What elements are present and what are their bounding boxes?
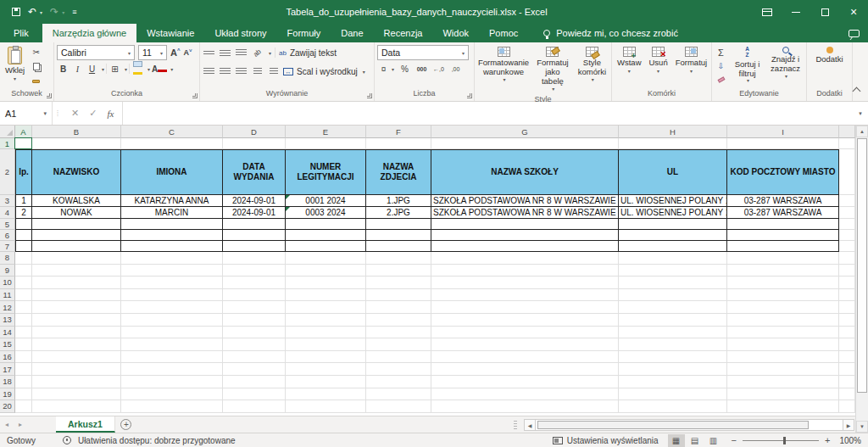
cell-D15[interactable] xyxy=(223,338,286,351)
cell-E10[interactable] xyxy=(286,277,366,289)
column-header-E[interactable]: E xyxy=(286,126,366,138)
scroll-left-icon[interactable]: ◀ xyxy=(524,419,536,431)
number-format-select[interactable]: Data▾ xyxy=(377,45,469,60)
cell-G19[interactable] xyxy=(431,388,619,401)
cell-F19[interactable] xyxy=(366,388,431,401)
column-header-G[interactable]: G xyxy=(431,126,619,138)
cell-H15[interactable] xyxy=(619,338,727,351)
row-header-13[interactable]: 13 xyxy=(0,314,15,327)
cell-G11[interactable] xyxy=(431,289,619,302)
cell-F15[interactable] xyxy=(366,338,431,351)
name-box[interactable]: A1▾ xyxy=(0,102,53,125)
cell-A3[interactable]: 1 xyxy=(15,195,32,207)
comma-style-icon[interactable]: 000 xyxy=(415,63,428,75)
cell-G18[interactable] xyxy=(431,376,619,388)
format-as-table-button[interactable]: Formatuj jako tabelę▾ xyxy=(532,45,573,94)
cell-A11[interactable] xyxy=(15,289,32,302)
cell-A4[interactable]: 2 xyxy=(15,207,32,219)
cell-F10[interactable] xyxy=(366,277,431,289)
cell-D1[interactable] xyxy=(223,138,286,149)
cell-B17[interactable] xyxy=(32,363,121,376)
save-icon[interactable] xyxy=(12,8,20,16)
cell-E11[interactable] xyxy=(286,289,366,302)
cell-B12[interactable] xyxy=(32,301,121,314)
insert-cells-button[interactable]: ＋ Wstaw xyxy=(615,45,644,88)
fill-color-icon[interactable] xyxy=(131,63,144,75)
italic-button[interactable]: I xyxy=(71,63,84,75)
cell-B14[interactable] xyxy=(32,327,121,339)
cell-I6[interactable] xyxy=(727,230,839,241)
cell-I15[interactable] xyxy=(727,338,839,351)
cell-A9[interactable] xyxy=(15,265,32,277)
cell-B13[interactable] xyxy=(32,314,121,327)
cell-D18[interactable] xyxy=(223,376,286,388)
cell-G5[interactable] xyxy=(431,219,619,230)
cell-H11[interactable] xyxy=(619,289,727,302)
cell-H19[interactable] xyxy=(619,388,727,401)
column-header-I[interactable]: I xyxy=(727,126,839,138)
cell-H3[interactable]: UL. WIOSENNEJ POLANY 135 xyxy=(619,195,727,207)
cell-B2[interactable]: NAZWISKO xyxy=(32,149,121,195)
cell-G14[interactable] xyxy=(431,327,619,339)
cell-C16[interactable] xyxy=(121,351,223,364)
cancel-entry-icon[interactable]: ✕ xyxy=(71,108,79,119)
decrease-decimal-icon[interactable]: ,00 xyxy=(449,63,462,75)
align-right-icon[interactable] xyxy=(235,65,248,78)
display-settings-label[interactable]: Ustawienia wyświetlania xyxy=(567,436,659,445)
tab-wstawianie[interactable]: Wstawianie xyxy=(136,24,204,42)
tell-me-box[interactable]: Powiedz mi, co chcesz zrobić xyxy=(543,24,678,42)
cell-A13[interactable] xyxy=(15,314,32,327)
cell-E1[interactable] xyxy=(286,138,366,149)
cell-C2[interactable]: IMIONA xyxy=(121,149,223,195)
cell-H14[interactable] xyxy=(619,327,727,339)
scroll-up-icon[interactable]: ▲ xyxy=(856,126,868,137)
cell-G2[interactable]: NAZWA SZKOŁY xyxy=(431,149,619,195)
cell-E13[interactable] xyxy=(286,314,366,327)
cell-G20[interactable] xyxy=(431,400,619,413)
cell-F9[interactable] xyxy=(366,265,431,277)
view-page-layout-icon[interactable]: ▤ xyxy=(687,434,704,447)
accounting-format-icon[interactable]: ¤ xyxy=(377,63,390,75)
merge-center-button[interactable]: ↔Scal i wyśrodkuj▾ xyxy=(283,64,365,79)
format-painter-icon[interactable] xyxy=(30,75,42,87)
font-dialog-launcher[interactable] xyxy=(192,93,198,98)
font-color-icon[interactable]: A xyxy=(152,63,167,75)
row-header-1[interactable]: 1 xyxy=(0,138,15,149)
cell-I18[interactable] xyxy=(727,376,839,388)
cell-H4[interactable]: UL. WIOSENNEJ POLANY 135 xyxy=(619,207,727,219)
cell-C5[interactable] xyxy=(121,219,223,230)
expand-formula-bar-icon[interactable]: ▾ xyxy=(853,102,868,125)
align-top-icon[interactable] xyxy=(203,47,215,59)
cell-F16[interactable] xyxy=(366,351,431,364)
tab-file[interactable]: Plik xyxy=(0,24,42,42)
cell-F11[interactable] xyxy=(366,289,431,302)
cell-H1[interactable] xyxy=(619,138,727,149)
select-all-corner[interactable] xyxy=(0,126,15,138)
cell-E16[interactable] xyxy=(286,351,366,364)
cell-C18[interactable] xyxy=(121,376,223,388)
cell-I2[interactable]: KOD POCZTOWY MIASTO xyxy=(727,149,839,195)
row-header-11[interactable]: 11 xyxy=(0,289,15,302)
cell-C4[interactable]: MARCIN xyxy=(121,207,223,219)
row-header-19[interactable]: 19 xyxy=(0,388,15,401)
decrease-indent-icon[interactable] xyxy=(251,65,264,78)
cell-B9[interactable] xyxy=(32,265,121,277)
cell-G12[interactable] xyxy=(431,301,619,314)
cell-A17[interactable] xyxy=(15,363,32,376)
tab-formuły[interactable]: Formuły xyxy=(277,24,331,42)
cell-G8[interactable] xyxy=(431,252,619,265)
cell-E2[interactable]: NUMER LEGITYMACJI xyxy=(286,149,366,195)
cell-D5[interactable] xyxy=(223,219,286,230)
cell-A14[interactable] xyxy=(15,327,32,339)
cell-C14[interactable] xyxy=(121,327,223,339)
tab-dane[interactable]: Dane xyxy=(331,24,373,42)
tab-narzędzia-główne[interactable]: Narzędzia główne xyxy=(42,24,136,42)
cell-E20[interactable] xyxy=(286,400,366,413)
cell-F5[interactable] xyxy=(366,219,431,230)
increase-indent-icon[interactable] xyxy=(267,65,280,78)
cell-F13[interactable] xyxy=(366,314,431,327)
cell-D20[interactable] xyxy=(223,400,286,413)
cell-A10[interactable] xyxy=(15,277,32,289)
maximize-button[interactable] xyxy=(810,0,839,24)
cell-G3[interactable]: SZKOŁA PODSTAWOWA NR 8 W WARSZAWIE I xyxy=(431,195,619,207)
